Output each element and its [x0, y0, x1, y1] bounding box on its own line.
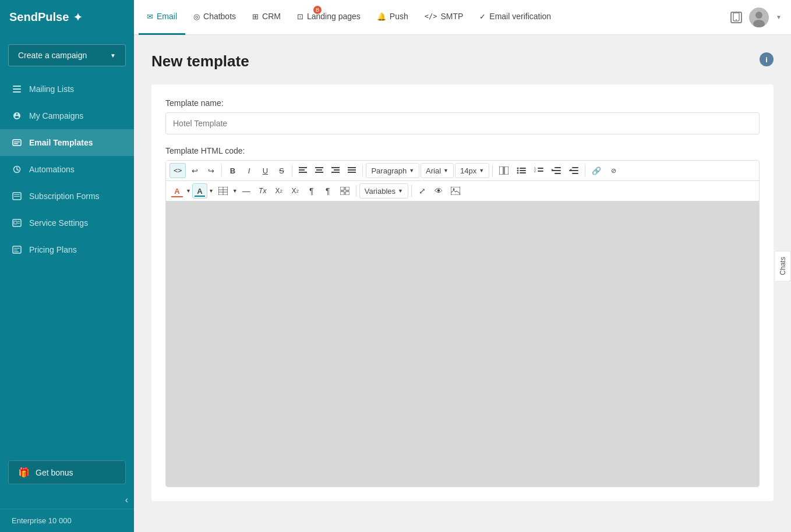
- svg-rect-9: [14, 141, 20, 143]
- svg-rect-17: [17, 221, 20, 222]
- variables-dropdown-arrow: ▼: [398, 188, 403, 194]
- sidebar-item-pricing-plans[interactable]: Pricing Plans: [0, 236, 134, 263]
- tab-push[interactable]: 🔔 Push: [369, 0, 416, 35]
- preview-button[interactable]: 👁: [431, 183, 446, 198]
- italic-button[interactable]: I: [241, 163, 256, 178]
- svg-rect-37: [348, 172, 356, 173]
- svg-rect-32: [334, 169, 340, 171]
- avatar-dropdown-icon[interactable]: ▼: [776, 14, 782, 20]
- link-button[interactable]: 🔗: [588, 163, 605, 178]
- show-blocks-button[interactable]: ¶: [304, 183, 319, 198]
- mailing-lists-icon: [12, 84, 22, 94]
- font-color-button[interactable]: A: [170, 183, 185, 198]
- get-bonus-button[interactable]: 🎁 Get bonus: [8, 460, 126, 484]
- sidebar-item-automations[interactable]: Automations: [0, 156, 134, 183]
- template-name-input[interactable]: [165, 112, 760, 134]
- svg-rect-7: [13, 91, 21, 93]
- ordered-list-button[interactable]: 1.2.: [531, 163, 547, 178]
- email-verification-tab-label: Email verification: [489, 12, 551, 21]
- svg-rect-5: [13, 86, 21, 87]
- sidebar-collapse-button[interactable]: ‹: [125, 495, 128, 505]
- svg-rect-22: [14, 251, 19, 252]
- font-color-dropdown-icon[interactable]: ▼: [186, 188, 191, 194]
- align-right-button[interactable]: [328, 163, 343, 178]
- svg-rect-62: [345, 187, 349, 190]
- svg-rect-53: [555, 173, 561, 174]
- template-card: Template name: Template HTML code: <> ↩ …: [151, 84, 774, 501]
- bg-color-button[interactable]: A: [192, 183, 207, 198]
- outdent-button[interactable]: [566, 163, 582, 178]
- variables-dropdown[interactable]: Variables ▼: [359, 183, 408, 198]
- chatbots-tab-label: Chatbots: [203, 12, 236, 21]
- crm-tab-label: CRM: [262, 12, 281, 21]
- svg-rect-14: [14, 196, 20, 197]
- tab-email-verification[interactable]: ✓ Email verification: [471, 0, 559, 35]
- code-view-button[interactable]: <>: [170, 163, 186, 178]
- pricing-plans-icon: [12, 244, 22, 255]
- underline-button[interactable]: U: [257, 163, 273, 178]
- tab-email[interactable]: ✉ Email: [139, 0, 185, 35]
- table-dropdown-icon[interactable]: ▼: [232, 188, 238, 194]
- unordered-list-button[interactable]: [513, 163, 529, 178]
- crm-tab-icon: ⊞: [252, 12, 259, 21]
- font-size-dropdown[interactable]: 14px ▼: [455, 163, 489, 178]
- toolbar-separator-7: [411, 185, 412, 197]
- sidebar-item-my-campaigns[interactable]: My Campaigns: [0, 102, 134, 129]
- automations-icon: [12, 164, 22, 175]
- indent-button[interactable]: [548, 163, 564, 178]
- email-tab-icon: ✉: [147, 12, 153, 21]
- para-button[interactable]: ¶: [320, 183, 336, 198]
- tab-landing[interactable]: ⊡ Landing pages B: [289, 0, 369, 35]
- align-justify-button[interactable]: [344, 163, 359, 178]
- sidebar-item-email-templates[interactable]: Email Templates: [0, 129, 134, 156]
- tab-crm[interactable]: ⊞ CRM: [244, 0, 289, 35]
- svg-rect-48: [538, 168, 543, 169]
- info-icon[interactable]: i: [760, 52, 774, 66]
- undo-button[interactable]: ↩: [187, 163, 202, 178]
- tab-chatbots[interactable]: ◎ Chatbots: [185, 0, 244, 35]
- table-button[interactable]: [215, 183, 231, 198]
- sidebar-item-mailing-lists[interactable]: Mailing Lists: [0, 76, 134, 102]
- superscript-button[interactable]: X2: [288, 183, 303, 198]
- fullscreen-button[interactable]: ⤢: [415, 183, 430, 198]
- redo-button[interactable]: ↪: [203, 163, 218, 178]
- svg-rect-16: [14, 221, 17, 224]
- page-title: New template: [151, 52, 249, 70]
- create-campaign-button[interactable]: Create a campaign ▼: [8, 44, 126, 66]
- svg-rect-61: [340, 187, 344, 190]
- service-settings-icon: [12, 218, 22, 228]
- image-button[interactable]: [447, 183, 464, 198]
- sidebar-item-service-settings[interactable]: Service Settings: [0, 210, 134, 236]
- content-area: New template i Template name: Template H…: [134, 35, 791, 532]
- app-logo: SendPulse ✦: [9, 10, 82, 24]
- bold-button[interactable]: B: [225, 163, 240, 178]
- tab-smtp[interactable]: </> SMTP: [416, 0, 472, 35]
- toolbar-separator-3: [362, 165, 363, 176]
- clear-format-button[interactable]: Tx: [255, 183, 270, 198]
- chats-tab[interactable]: Chats: [775, 250, 791, 281]
- editor-body[interactable]: [166, 201, 759, 487]
- svg-rect-46: [520, 172, 526, 173]
- page-header: New template i: [151, 52, 774, 84]
- special-chars-button[interactable]: [337, 183, 353, 198]
- hr-button[interactable]: —: [239, 183, 254, 198]
- strikethrough-button[interactable]: S: [274, 163, 289, 178]
- paragraph-dropdown[interactable]: Paragraph ▼: [366, 163, 419, 178]
- logo-icon: SendPulse: [9, 10, 69, 24]
- bg-color-dropdown-icon[interactable]: ▼: [209, 188, 214, 194]
- unlink-button[interactable]: ⊘: [606, 163, 621, 178]
- svg-point-1: [736, 19, 737, 20]
- svg-rect-6: [13, 88, 21, 90]
- toolbar-separator-4: [492, 165, 493, 176]
- align-center-button[interactable]: [312, 163, 327, 178]
- font-dropdown[interactable]: Arial ▼: [421, 163, 454, 178]
- mobile-view-icon[interactable]: [730, 12, 742, 23]
- svg-rect-56: [572, 173, 578, 174]
- toolbar-row-2: A ▼ A ▼ ▼ — Tx: [166, 181, 759, 201]
- align-left-button[interactable]: [295, 163, 310, 178]
- user-avatar[interactable]: [749, 8, 769, 27]
- columns-button[interactable]: [496, 163, 512, 178]
- sidebar-item-subscription-forms[interactable]: Subscription Forms: [0, 183, 134, 210]
- top-nav-right: ▼: [730, 8, 791, 27]
- subscript-button[interactable]: X2: [271, 183, 287, 198]
